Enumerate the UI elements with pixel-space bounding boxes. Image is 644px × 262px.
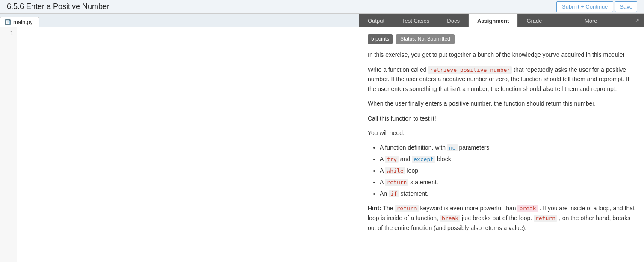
status-badge: Status: Not Submitted [396,34,455,44]
tab-test-cases-label: Test Cases [402,18,429,24]
panel-tabs: Output Test Cases Docs Assignment Grade … [359,14,644,27]
hint-code-break2: break [440,215,460,222]
badge-row: 5 points Status: Not Submitted [368,34,635,44]
tab-more[interactable]: More [576,14,606,27]
assignment-paragraph3: Call this function to test it! [368,114,635,123]
hint-code-return: return [395,205,419,212]
file-tab-label: main.py [13,19,33,25]
hint-label: Hint: [368,205,381,212]
line-numbers: 1 [0,27,17,262]
assignment-panel: Output Test Cases Docs Assignment Grade … [359,14,644,262]
code-return: return [385,179,408,186]
assignment-paragraph1: Write a function called retrieve_positiv… [368,65,635,94]
external-link-icon[interactable]: ↗ [630,14,644,27]
tab-output[interactable]: Output [359,14,393,27]
submit-continue-button[interactable]: Submit + Continue [556,1,613,12]
file-icon: 📄 [5,19,11,25]
hint-middle3: just breaks out of the loop. [460,215,534,221]
tab-docs-label: Docs [447,18,460,24]
tab-test-cases[interactable]: Test Cases [393,14,438,27]
top-bar-actions: Submit + Continue Save [556,1,637,12]
editor-area: 📄 main.py 1 [0,14,359,262]
code-no: no [447,144,458,151]
file-tab-main[interactable]: 📄 main.py [0,17,39,27]
hint-before: The [381,205,395,212]
assignment-intro: In this exercise, you get to put togethe… [368,50,635,59]
line-number-1: 1 [0,29,17,38]
tab-more-label: More [585,18,597,24]
list-item-1: A function definition, with no parameter… [380,143,635,153]
tab-output-label: Output [368,18,384,24]
file-tabs: 📄 main.py [0,14,359,27]
main-layout: 📄 main.py 1 Output Test Cases Docs Assi [0,14,644,262]
assignment-content: 5 points Status: Not Submitted In this e… [359,27,644,262]
assignment-paragraph4: You will need: [368,128,635,138]
hint-paragraph: Hint: The return keyword is even more po… [368,203,635,233]
list-item-5: An if statement. [380,189,635,199]
function-name-code: retrieve_positive_number [428,66,512,74]
page-title: 6.5.6 Enter a Positive Number [7,2,109,11]
tab-grade-label: Grade [526,18,542,24]
points-badge: 5 points [368,34,393,44]
assignment-paragraph2: When the user finally enters a positive … [368,99,635,108]
tab-assignment[interactable]: Assignment [469,14,518,27]
hint-middle1: keyword is even more powerful than [419,205,518,212]
code-if: if [389,190,399,197]
hint-code-break1: break [517,205,538,212]
hint-code-return2: return [534,215,557,222]
save-button[interactable]: Save [615,1,637,12]
list-item-3: A while loop. [380,166,635,176]
list-item-4: A return statement. [380,177,635,187]
code-except: except [412,156,435,163]
list-item-2: A try and except block. [380,154,635,164]
tab-docs[interactable]: Docs [438,14,469,27]
code-editor: 1 [0,27,359,262]
code-while: while [385,167,405,174]
tab-assignment-label: Assignment [477,18,509,24]
assignment-text: In this exercise, you get to put togethe… [368,50,635,233]
code-textarea[interactable] [17,27,359,262]
top-bar: 6.5.6 Enter a Positive Number Submit + C… [0,0,644,14]
code-try: try [385,156,398,163]
assignment-list: A function definition, with no parameter… [380,143,635,198]
tab-grade[interactable]: Grade [518,14,551,27]
